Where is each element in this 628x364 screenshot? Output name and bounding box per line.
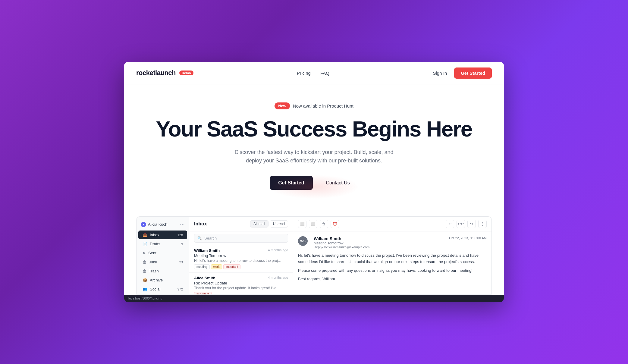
email-time-2: 4 months ago [268,276,288,280]
tag-important: important [223,264,241,269]
email-list-title: Inbox [194,221,207,227]
junk-icon: 🗑 [143,260,146,264]
announcement-bar: New Now available in Product Hunt [136,102,492,109]
hero-title: Your SaaS Success Begins Here [136,118,492,141]
body-paragraph-2: Please come prepared with any questions … [298,268,487,274]
product-hunt-text: Now available in Product Hunt [293,103,353,108]
email-item-william[interactable]: William Smith 4 months ago Meeting Tomor… [189,245,293,273]
get-started-hero-button[interactable]: Get Started [270,176,312,190]
email-detail-toolbar: ⬜ ⬜ 🗑 ⏰ ↩ ↩↩ ↪ ⋮ [293,217,491,231]
detail-subject: Meeting Tomorrow [314,241,369,245]
tag-important-2: important [194,292,212,294]
drafts-icon: 📄 [143,242,147,246]
email-subject-1: Meeting Tomorrow [194,253,288,258]
detail-sender-name: William Smith [314,236,369,241]
navbar: rocketlaunch Demo Pricing FAQ Sign In Ge… [124,62,504,84]
inbox-label: Inbox [150,233,159,237]
browser-status-bar: localhost:3000/#pricing [124,295,504,302]
sidebar-menu-icon[interactable]: ⋯ [180,221,185,227]
archive-icon: 📦 [143,278,147,282]
email-search-area: 🔍 Search [189,231,293,245]
archive-label: Archive [150,278,163,282]
email-sender-2: Alice Smith [194,276,215,280]
email-list-panel: Inbox All mail Unread 🔍 Search William S… [189,217,293,294]
url-display: localhost:3000/#pricing [128,297,162,300]
sidebar-header: ▲ Alicia Koch ⋯ [137,220,189,230]
nav-link-pricing[interactable]: Pricing [297,71,311,76]
junk-count: 23 [179,260,183,264]
sender-avatar: WS [298,236,308,246]
forward-toolbar-icon[interactable]: ↪ [467,220,476,228]
inbox-count: 128 [177,233,183,237]
contact-us-button[interactable]: Contact Us [318,176,358,190]
sidebar-item-sent[interactable]: ➤ Sent [138,249,187,257]
sidebar-username: Alicia Koch [148,222,167,227]
drafts-label: Drafts [150,242,160,246]
sign-in-button[interactable]: Sign In [433,71,447,76]
email-detail-panel: ⬜ ⬜ 🗑 ⏰ ↩ ↩↩ ↪ ⋮ WS William S [293,217,491,294]
sidebar-item-archive[interactable]: 📦 Archive [138,276,187,284]
email-tags-1: meeting work important [194,264,288,269]
detail-date: Oct 22, 2023, 9:00:00 AM [449,236,487,240]
trash-icon: 🗑 [143,269,146,273]
sidebar-item-inbox[interactable]: 📥 Inbox 128 [138,231,187,239]
sent-label: Sent [148,251,156,255]
reply-all-toolbar-icon[interactable]: ↩↩ [457,220,465,228]
email-body: Hi, let's have a meeting tomorrow to dis… [298,253,487,282]
delete-toolbar-icon[interactable]: 🗑 [320,220,328,228]
email-meta: William Smith Meeting Tomorrow Reply-To:… [314,236,369,249]
get-started-nav-button[interactable]: Get Started [454,67,492,79]
body-paragraph-1: Hi, let's have a meeting tomorrow to dis… [298,253,487,265]
email-item-alice[interactable]: Alice Smith 4 months ago Re: Project Upd… [189,273,293,294]
search-icon: 🔍 [197,236,202,240]
email-tags-2: important [194,292,288,294]
junk-label: Junk [149,260,157,264]
demo-badge: Demo [179,71,193,75]
snooze-toolbar-icon[interactable]: ⏰ [331,220,339,228]
spam-toolbar-icon[interactable]: ⬜ [309,220,317,228]
email-detail-header: WS William Smith Meeting Tomorrow Reply-… [298,236,487,249]
social-icon: 👥 [143,287,147,291]
inbox-icon: 📥 [143,233,147,237]
sidebar-item-trash[interactable]: 🗑 Trash [138,267,187,275]
reply-toolbar-icon[interactable]: ↩ [446,220,454,228]
logo-text: rocketlaunch [136,69,176,77]
email-app-preview: ▲ Alicia Koch ⋯ 📥 Inbox 128 📄 Drafts [136,216,492,295]
email-preview-2: Thank you for the project update. It loo… [194,286,281,290]
nav-link-faq[interactable]: FAQ [320,71,329,76]
email-preview-1: Hi, let's have a meeting tomorrow to dis… [194,259,281,263]
email-list-header: Inbox All mail Unread [189,217,293,231]
filter-all-button[interactable]: All mail [250,220,268,228]
tag-work: work [211,264,222,269]
email-detail-content: WS William Smith Meeting Tomorrow Reply-… [293,231,491,290]
browser-window: rocketlaunch Demo Pricing FAQ Sign In Ge… [124,62,504,302]
hero-subtitle: Discover the fastest way to kickstart yo… [230,148,398,165]
sidebar-user: ▲ Alicia Koch [141,222,167,227]
user-avatar-icon: ▲ [141,222,146,227]
hero-cta-buttons: Get Started Contact Us [136,176,492,190]
trash-label: Trash [149,269,159,273]
sidebar-item-social[interactable]: 👥 Social 972 [138,285,187,293]
email-sidebar: ▲ Alicia Koch ⋯ 📥 Inbox 128 📄 Drafts [137,217,189,294]
filter-unread-button[interactable]: Unread [270,220,288,228]
new-badge: New [275,102,290,109]
archive-toolbar-icon[interactable]: ⬜ [298,220,306,228]
search-input-wrap[interactable]: 🔍 Search [194,234,288,243]
body-paragraph-3: Best regards, William [298,276,487,282]
nav-actions: Sign In Get Started [433,67,492,79]
more-toolbar-icon[interactable]: ⋮ [478,220,487,228]
sidebar-item-drafts[interactable]: 📄 Drafts 9 [138,240,187,248]
email-subject-2: Re: Project Update [194,281,288,285]
email-time-1: 4 months ago [268,248,288,253]
hero-section: New Now available in Product Hunt Your S… [124,84,504,216]
social-label: Social [150,287,160,291]
tag-meeting: meeting [194,264,210,269]
email-filter-buttons: All mail Unread [250,220,288,228]
logo-area: rocketlaunch Demo [136,69,193,77]
search-placeholder: Search [204,236,217,240]
detail-reply-to: Reply-To: williamsmith@example.com [314,245,369,249]
sidebar-item-junk[interactable]: 🗑 Junk 23 [138,258,187,266]
nav-links: Pricing FAQ [297,71,329,76]
toolbar-right-icons: ↩ ↩↩ ↪ ⋮ [446,220,487,228]
sent-icon: ➤ [143,251,146,255]
